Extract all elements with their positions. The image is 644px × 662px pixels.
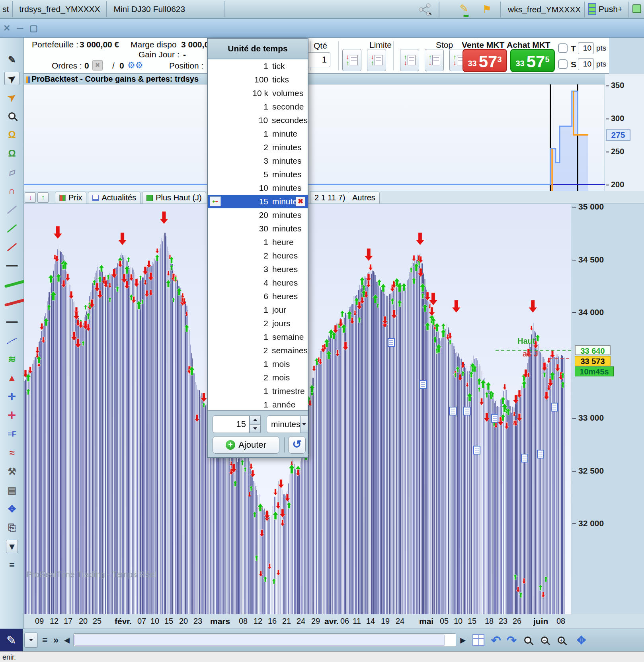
dotted-line-tool[interactable]	[0, 333, 24, 349]
stoploss-checkbox[interactable]	[558, 59, 568, 69]
menu-icon[interactable]: ≡	[42, 635, 48, 646]
alert-chart-tool[interactable]: Ω	[0, 145, 24, 161]
timeframe-item-10k-volumes[interactable]: 10 kvolumes	[208, 86, 308, 100]
timeframe-item-2-mois[interactable]: 2mois	[208, 371, 308, 384]
zigzag-tool[interactable]: ≋	[0, 351, 24, 367]
line-green-tool[interactable]	[0, 220, 24, 236]
scrollbar-thumb[interactable]	[74, 635, 445, 646]
reset-button[interactable]: ↺	[288, 436, 306, 454]
timeframe-item-6-heures[interactable]: 6heures	[208, 290, 308, 303]
timeframe-item-2-semaines[interactable]: 2semaines	[208, 344, 308, 357]
collapse-button[interactable]: ▾	[0, 539, 24, 554]
fib-tool[interactable]: =F	[0, 426, 24, 442]
timeframe-item-20-minutes[interactable]: 20minutes	[208, 208, 308, 222]
tab-wks[interactable]: wks_fred_YMXXXX	[502, 0, 586, 19]
buy-market-button[interactable]: 3357 5	[510, 49, 555, 72]
timeframe-item-2-jours[interactable]: 2jours	[208, 317, 308, 330]
date-axis[interactable]: 0912172025févr.0710152023mars08121621242…	[24, 614, 644, 629]
timeframe-item-1-jour[interactable]: 1jour	[208, 303, 308, 317]
ruler-tool[interactable]: ▱	[0, 164, 24, 180]
maximize-icon[interactable]: ▢	[29, 23, 38, 33]
waves-tool[interactable]: ≈	[0, 445, 24, 461]
timeframe-spinner-input[interactable]	[213, 415, 250, 433]
timeframe-item-1-année[interactable]: 1année	[208, 398, 308, 411]
tab-plus-haut[interactable]: Plus Haut (J)	[142, 192, 206, 204]
zoom-out-button[interactable]: −	[541, 637, 548, 644]
timeframe-item-1-semaine[interactable]: 1semaine	[208, 330, 308, 344]
timeframe-item-1-heure[interactable]: 1heure	[208, 235, 308, 249]
settings-tools[interactable]: ⚒	[0, 464, 24, 480]
flag-icon[interactable]: ⚑	[482, 3, 492, 16]
collapse-down-button[interactable]: ↓	[25, 192, 36, 203]
t-points-input[interactable]	[578, 42, 594, 54]
s-points-input[interactable]	[578, 58, 594, 70]
trash-tool[interactable]: ▤	[0, 482, 24, 498]
push-button[interactable]: Push+	[588, 3, 623, 15]
timeframe-item-10-minutes[interactable]: 10minutes	[208, 181, 308, 195]
probacktest-header[interactable]: ProBacktest - Courbe gains & pertes: trd…	[24, 74, 605, 84]
zoom-select-button[interactable]	[524, 637, 531, 644]
limit-sell-order-button[interactable]: ↓↑	[367, 49, 386, 71]
segment-green-tool[interactable]	[0, 276, 24, 292]
tab-actualites[interactable]: Actualités	[88, 192, 141, 204]
scroll-right-button[interactable]: ▶	[460, 636, 465, 644]
calendar-button[interactable]	[472, 634, 484, 646]
sell-market-button[interactable]: 3357 3	[463, 49, 507, 72]
line-gray-tool[interactable]	[0, 202, 24, 217]
timeframe-item-1-seconde[interactable]: 1seconde	[208, 100, 308, 114]
pan-button[interactable]: ✥	[577, 634, 586, 647]
timeframe-item-100-ticks[interactable]: 100ticks	[208, 73, 308, 86]
timeframe-item-4-heures[interactable]: 4heures	[208, 276, 308, 290]
chart-scrollbar[interactable]	[73, 633, 456, 647]
pattern-tool[interactable]: ▲	[0, 370, 24, 386]
stop-order-button-2[interactable]: ↑↓	[425, 49, 444, 71]
timeframe-item-2-heures[interactable]: 2heures	[208, 249, 308, 262]
hline-black-tool[interactable]	[0, 314, 24, 330]
timeframe-item-2-minutes[interactable]: 2minutes	[208, 141, 308, 154]
timeframe-item-10-secondes[interactable]: 10secondes	[208, 114, 308, 127]
orders-settings-icon[interactable]: ⚙⚙	[127, 60, 143, 71]
timeframe-item-5-minutes[interactable]: 5minutes	[208, 168, 308, 181]
status-square-icon[interactable]	[632, 4, 641, 13]
tab-prix[interactable]: Prix	[55, 192, 86, 204]
fast-forward-icon[interactable]: »	[53, 635, 59, 646]
expand-up-button[interactable]: ↑	[37, 192, 49, 203]
minimize-icon[interactable]: ─	[17, 23, 23, 33]
close-icon[interactable]: ✕	[3, 23, 10, 33]
stop-order-button-1[interactable]: ↑↓	[400, 49, 419, 71]
segment-red-tool[interactable]	[0, 295, 24, 311]
tab-instrument[interactable]: Mini DJ30 Full0623	[108, 0, 191, 19]
crosses-red-tool[interactable]: ✛	[0, 407, 24, 423]
draw-mode-button[interactable]: ✎	[0, 629, 23, 652]
tab-partial[interactable]: st	[0, 0, 11, 19]
stepper-down-button[interactable]	[250, 424, 261, 433]
zoom-tool[interactable]	[0, 108, 24, 124]
stepper-up-button[interactable]	[250, 415, 261, 424]
clipboard-tool[interactable]: ⎘	[0, 520, 24, 536]
unit-select-caret[interactable]	[300, 415, 308, 433]
expand-button[interactable]	[24, 633, 38, 648]
tab-indicator-overflow[interactable]: 2 1 11 7)	[310, 192, 349, 204]
scroll-left-button[interactable]: ◀	[64, 636, 69, 644]
chart-annotate-icon[interactable]: ✎▂	[460, 2, 473, 15]
alert-bell-tool[interactable]: Ω	[0, 127, 24, 143]
tab-autres[interactable]: Autres	[348, 192, 380, 204]
timeframe-item-3-minutes[interactable]: 3minutes	[208, 154, 308, 168]
eraser-tool[interactable]: ✎	[0, 52, 24, 68]
price-axis[interactable]: 35 00034 50034 00033 00032 50032 000 33 …	[572, 204, 644, 614]
redo-button[interactable]: ↷	[507, 633, 517, 647]
menu-small-button[interactable]: ≡	[0, 557, 24, 573]
undo-button[interactable]: ↶	[491, 633, 501, 647]
timeframe-unit-select[interactable]: minutes	[267, 415, 300, 433]
share-icon[interactable]	[418, 3, 432, 16]
move-tool[interactable]: ✥	[0, 501, 24, 517]
limit-buy-order-button[interactable]: ↓↑	[342, 49, 361, 71]
line-red-tool[interactable]	[0, 239, 24, 255]
timeframe-item-30-minutes[interactable]: 30minutes	[208, 222, 308, 235]
tab-trdsys[interactable]: trdsys_fred_YMXXXX	[14, 0, 105, 19]
line-black-tool[interactable]	[0, 258, 24, 274]
lock-cursor-tool[interactable]: ➤	[0, 89, 24, 105]
cursor-tool[interactable]: ➤	[0, 71, 24, 86]
timeframe-item-3-heures[interactable]: 3heures	[208, 262, 308, 276]
timeframe-item-1-tick[interactable]: 1tick	[208, 59, 308, 73]
